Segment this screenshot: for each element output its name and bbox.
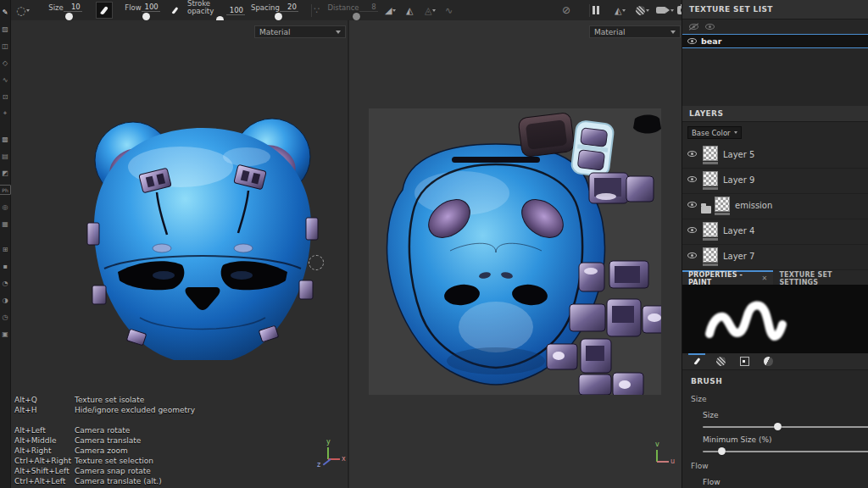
layer-visibility-eye-icon[interactable] xyxy=(687,202,697,208)
minimum-size-slider-thumb[interactable] xyxy=(718,447,726,455)
channel-filter-value: Base Color xyxy=(692,129,731,137)
clone-tool-icon[interactable]: ⊡ xyxy=(0,88,10,105)
brush-alpha-preset-button[interactable] xyxy=(96,0,113,20)
texture-set-item-bear[interactable]: bear xyxy=(682,34,868,48)
history-icon[interactable]: ◷ xyxy=(0,308,10,325)
pause-engine-button[interactable] xyxy=(593,0,599,20)
minimum-size-slider[interactable] xyxy=(703,451,868,452)
radial-symmetry-icon: ◬ xyxy=(425,6,431,15)
size-control: Size 10 xyxy=(39,0,92,20)
uv-texture-view[interactable] xyxy=(369,108,661,395)
deselect-button[interactable]: ⊘ xyxy=(562,0,570,20)
grayscale-tab-icon[interactable] xyxy=(762,353,774,369)
falloff-button[interactable]: ◢ xyxy=(385,0,396,20)
hide-all-eye-icon[interactable] xyxy=(689,24,698,30)
effect-icon-3[interactable]: ◩ xyxy=(0,164,10,181)
shader-select-2d[interactable]: Material xyxy=(589,25,681,38)
spacing-value[interactable]: 20 xyxy=(280,3,298,12)
layer-visibility-eye-icon[interactable] xyxy=(687,151,697,157)
size-slider-thumb[interactable] xyxy=(65,13,73,20)
material-tab-icon[interactable] xyxy=(715,353,726,369)
layer-visibility-eye-icon[interactable] xyxy=(687,176,697,182)
symmetry-settings-button[interactable]: ◭ xyxy=(615,0,626,20)
axis-y-label: y xyxy=(326,439,331,446)
brush-stroke-preview xyxy=(682,285,868,353)
uv-part-black xyxy=(633,115,661,134)
tab-label: TEXTURE SET SETTINGS xyxy=(779,271,862,286)
layer-row[interactable]: Layer 5 xyxy=(682,143,868,169)
brush-cursor xyxy=(309,255,324,270)
layer-row-folder[interactable]: emission xyxy=(682,194,868,219)
shortcut-action: Camera translate xyxy=(75,435,141,446)
distance-slider-thumb xyxy=(353,13,360,20)
flow-group-label: Flow xyxy=(691,462,868,470)
tab-properties-paint[interactable]: PROPERTIES - PAINT ✕ xyxy=(682,270,773,285)
shortcut-action: Camera snap rotate xyxy=(75,466,151,476)
layer-opacity-bar xyxy=(703,238,718,241)
tool-preset-button[interactable]: ◌ xyxy=(16,0,30,20)
camera-view-button[interactable] xyxy=(656,0,674,20)
photoshop-badge-icon[interactable]: Ph xyxy=(0,185,11,195)
axis-gizmo-3d: y x z xyxy=(319,441,348,469)
visibility-eye-icon[interactable] xyxy=(687,38,697,44)
size-value[interactable]: 10 xyxy=(64,3,82,12)
layer-row[interactable]: Layer 4 xyxy=(682,219,868,245)
layer-row[interactable]: Layer 7 xyxy=(682,245,868,270)
flow-slider-thumb[interactable] xyxy=(142,13,150,20)
paint-tool-icon[interactable]: ✎ xyxy=(0,3,10,20)
spacing-dots-icon: ∵ xyxy=(314,6,320,15)
chevron-down-icon xyxy=(670,30,676,34)
projection-tool-icon[interactable]: ◫ xyxy=(0,37,10,54)
grid-icon[interactable]: ⊞ xyxy=(0,241,10,258)
tab-texture-set-settings[interactable]: TEXTURE SET SETTINGS xyxy=(773,270,868,285)
paint-brush-tab-icon[interactable] xyxy=(691,353,703,369)
mirror-icon: ◭ xyxy=(615,6,621,15)
polygon-fill-tool-icon[interactable]: ◇ xyxy=(0,54,10,71)
size-label: Size xyxy=(48,4,63,12)
rotate-icon[interactable]: ◔ xyxy=(0,274,10,291)
brush-stroke-icon xyxy=(100,5,108,14)
flow-value[interactable]: 100 xyxy=(142,3,160,12)
display-icon-1[interactable]: ◎ xyxy=(0,198,10,215)
show-all-eye-icon[interactable] xyxy=(705,24,715,30)
shortcut-key: Ctrl+Alt+Right xyxy=(14,456,75,466)
layer-thumbnail[interactable] xyxy=(703,171,718,186)
layers-title: LAYERS xyxy=(689,109,723,118)
stack-icon[interactable]: ▣ xyxy=(0,325,10,342)
material-view-button[interactable] xyxy=(636,0,649,20)
layer-thumbnail[interactable] xyxy=(703,222,718,237)
symmetry-button[interactable]: ◭ xyxy=(406,0,413,20)
material-picker-tool-icon[interactable]: ⌖ xyxy=(0,105,10,122)
lasso-icon: ◌ xyxy=(16,5,25,16)
alpha-tab-icon[interactable] xyxy=(738,353,750,369)
bear-mask-3d-model[interactable] xyxy=(81,106,326,360)
display-icon-2[interactable]: ▦ xyxy=(0,215,10,232)
dot-icon[interactable]: ▪ xyxy=(0,258,10,274)
smudge-tool-icon[interactable]: ∿ xyxy=(0,71,10,88)
spacing-slider-thumb[interactable] xyxy=(275,13,282,20)
layer-thumbnail[interactable] xyxy=(703,247,718,263)
layers-header: LAYERS xyxy=(682,106,868,122)
lazy-mouse-button[interactable]: ∿ xyxy=(445,0,453,20)
layer-thumbnail[interactable] xyxy=(703,146,718,161)
texture-set-list-toolbar xyxy=(682,19,868,34)
texture-set-list-title: TEXTURE SET LIST xyxy=(689,5,773,14)
shader-select-3d[interactable]: Material xyxy=(254,25,346,38)
layer-visibility-eye-icon[interactable] xyxy=(687,252,697,258)
toolbar-separator xyxy=(589,4,590,17)
layer-thumbnail[interactable] xyxy=(715,197,730,212)
close-icon[interactable]: ✕ xyxy=(762,274,768,282)
shading-icon[interactable]: ◑ xyxy=(0,291,10,308)
eraser-tool-icon[interactable]: ▨ xyxy=(0,20,10,37)
tab-label: PROPERTIES - PAINT xyxy=(688,271,758,286)
brush-size-slider[interactable] xyxy=(703,426,868,428)
effect-icon-2[interactable]: ▤ xyxy=(0,147,10,164)
channel-filter-dropdown[interactable]: Base Color xyxy=(687,126,742,139)
stroke-opacity-value[interactable]: 100 xyxy=(226,7,245,15)
layer-row[interactable]: Layer 9 xyxy=(682,169,868,194)
layer-opacity-bar xyxy=(703,187,718,190)
effect-icon-1[interactable]: ▩ xyxy=(0,130,10,147)
brush-size-slider-thumb[interactable] xyxy=(774,423,782,430)
radial-symmetry-button[interactable]: ◬ xyxy=(425,0,436,20)
layer-visibility-eye-icon[interactable] xyxy=(687,227,697,233)
